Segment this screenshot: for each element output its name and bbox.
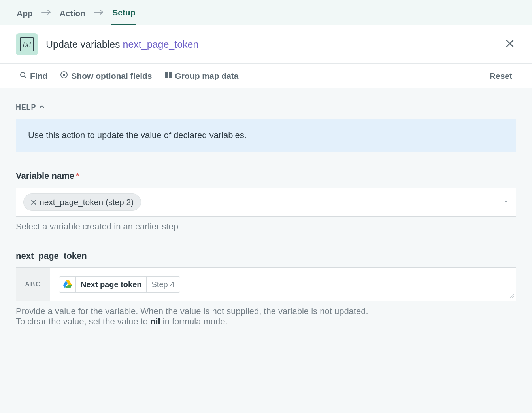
resize-handle[interactable] [509,293,515,300]
group-icon [165,71,172,81]
remove-pill-button[interactable] [31,197,36,207]
value-input-row: ABC Next page token Step 4 [16,267,516,301]
arrow-right-icon [93,9,104,21]
breadcrumb: App Action Setup [0,0,532,25]
variable-name-select[interactable]: next_page_token (step 2) [16,188,516,217]
chevron-down-icon [503,199,509,206]
help-box: Use this action to update the value of d… [16,119,516,152]
variable-name-label: Variable name* [16,171,516,181]
header: [𝑥] Update variables next_page_token [0,25,532,64]
svg-rect-4 [169,72,172,78]
search-icon [20,71,27,81]
close-button[interactable] [504,37,516,51]
title-variable: next_page_token [123,39,199,50]
google-drive-icon [59,277,76,292]
toolbar: Find Show optional fields Group map data… [0,64,532,88]
formula-mode-toggle[interactable]: ABC [16,268,50,301]
svg-point-2 [63,74,65,76]
data-pill-step: Step 4 [146,277,180,292]
variable-pill: next_page_token (step 2) [23,193,141,211]
variables-app-icon: [𝑥] [16,33,38,55]
reset-button[interactable]: Reset [490,71,512,81]
value-field-label: next_page_token [16,251,516,261]
data-pill[interactable]: Next page token Step 4 [59,276,180,293]
show-optional-button[interactable]: Show optional fields [60,71,152,81]
required-indicator: * [76,171,79,181]
eye-icon [60,71,68,81]
breadcrumb-action[interactable]: Action [59,6,86,25]
breadcrumb-setup[interactable]: Setup [111,6,136,25]
arrow-right-icon [41,9,52,21]
content: HELP Use this action to update the value… [0,88,532,342]
variable-name-help: Select a variable created in an earlier … [16,222,516,232]
help-toggle[interactable]: HELP [16,103,516,112]
find-button[interactable]: Find [20,71,47,81]
value-field-help: Provide a value for the variable. When t… [16,306,516,327]
data-pill-label: Next page token [76,277,146,292]
value-input[interactable]: Next page token Step 4 [50,268,516,301]
page-title: Update variables next_page_token [46,39,496,50]
breadcrumb-app[interactable]: App [16,6,34,25]
chevron-up-icon [39,103,45,112]
group-map-button[interactable]: Group map data [165,71,239,81]
svg-rect-3 [165,72,168,78]
